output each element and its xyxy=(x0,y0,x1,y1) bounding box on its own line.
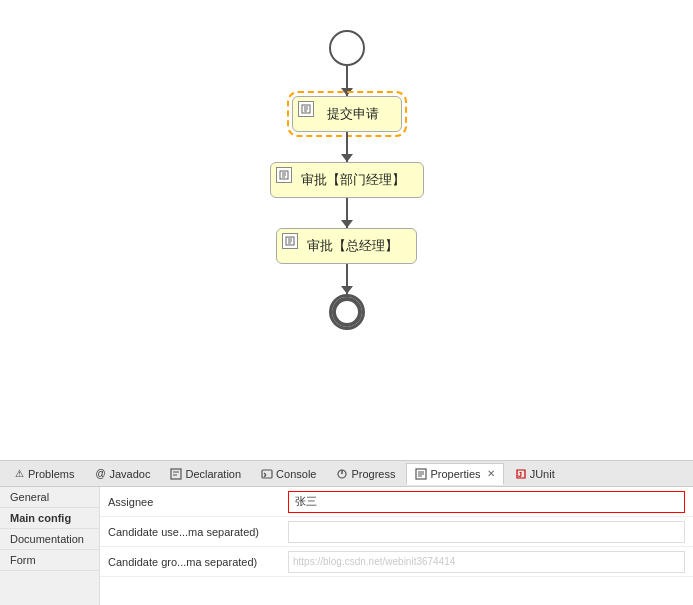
problems-icon: ⚠ xyxy=(13,468,25,480)
arrow-1 xyxy=(346,66,348,96)
properties-main: Assignee 张三 Candidate use...ma separated… xyxy=(100,487,693,605)
tab-problems[interactable]: ⚠ Problems xyxy=(4,463,83,485)
candidate-groups-row: Candidate gro...ma separated) https://bl… xyxy=(100,547,693,577)
svg-rect-12 xyxy=(171,469,181,479)
diagram-area: 提交申请 审批【部门经理】 xyxy=(0,0,693,460)
candidate-users-row: Candidate use...ma separated) xyxy=(100,517,693,547)
task-label-2: 审批【部门经理】 xyxy=(301,172,405,187)
task-label-1: 提交申请 xyxy=(327,106,379,121)
svg-line-17 xyxy=(264,475,266,477)
tab-problems-label: Problems xyxy=(28,468,74,480)
assignee-value[interactable]: 张三 xyxy=(288,491,685,513)
arrow-3 xyxy=(346,198,348,228)
svg-rect-15 xyxy=(262,470,272,478)
sidebar-general[interactable]: General xyxy=(0,487,99,508)
sidebar-form[interactable]: Form xyxy=(0,550,99,571)
javadoc-icon: @ xyxy=(94,468,106,480)
task-icon-1 xyxy=(298,101,314,117)
sidebar-main-config[interactable]: Main config xyxy=(0,508,99,529)
task-label-3: 审批【总经理】 xyxy=(307,238,398,253)
tab-console[interactable]: Console xyxy=(252,463,325,485)
tab-declaration-label: Declaration xyxy=(185,468,241,480)
candidate-users-value[interactable] xyxy=(288,521,685,543)
candidate-groups-value[interactable]: https://blog.csdn.net/webinit3674414 xyxy=(288,551,685,573)
tab-declaration[interactable]: Declaration xyxy=(161,463,250,485)
start-node[interactable] xyxy=(329,30,365,66)
properties-icon xyxy=(415,468,427,480)
task-icon-3 xyxy=(282,233,298,249)
tab-console-label: Console xyxy=(276,468,316,480)
assignee-row: Assignee 张三 xyxy=(100,487,693,517)
tab-bar: ⚠ Problems @ Javadoc Declaration Console… xyxy=(0,461,693,487)
diagram-canvas: 提交申请 审批【部门经理】 xyxy=(0,0,693,460)
bottom-panel: ⚠ Problems @ Javadoc Declaration Console… xyxy=(0,460,693,605)
end-node[interactable] xyxy=(329,294,365,330)
declaration-icon xyxy=(170,468,182,480)
tab-properties-label: Properties xyxy=(430,468,480,480)
task-node-submit[interactable]: 提交申请 xyxy=(292,96,402,132)
tab-javadoc[interactable]: @ Javadoc xyxy=(85,463,159,485)
candidate-users-label: Candidate use...ma separated) xyxy=(108,526,288,538)
task-icon-2 xyxy=(276,167,292,183)
junit-icon: J xyxy=(515,468,527,480)
tab-properties[interactable]: Properties ✕ xyxy=(406,463,503,485)
candidate-groups-label: Candidate gro...ma separated) xyxy=(108,556,288,568)
arrow-2 xyxy=(346,132,348,162)
sidebar-documentation[interactable]: Documentation xyxy=(0,529,99,550)
svg-text:J: J xyxy=(518,471,522,478)
task-node-general-manager[interactable]: 审批【总经理】 xyxy=(276,228,417,264)
task-node-dept-manager[interactable]: 审批【部门经理】 xyxy=(270,162,424,198)
properties-sidebar: General Main config Documentation Form xyxy=(0,487,100,605)
tab-junit-label: JUnit xyxy=(530,468,555,480)
arrow-4 xyxy=(346,264,348,294)
progress-icon xyxy=(336,468,348,480)
tab-javadoc-label: Javadoc xyxy=(109,468,150,480)
panel-content: General Main config Documentation Form A… xyxy=(0,487,693,605)
properties-close-icon[interactable]: ✕ xyxy=(487,468,495,479)
console-icon xyxy=(261,468,273,480)
tab-junit[interactable]: J JUnit xyxy=(506,463,564,485)
tab-progress-label: Progress xyxy=(351,468,395,480)
tab-progress[interactable]: Progress xyxy=(327,463,404,485)
assignee-label: Assignee xyxy=(108,496,288,508)
